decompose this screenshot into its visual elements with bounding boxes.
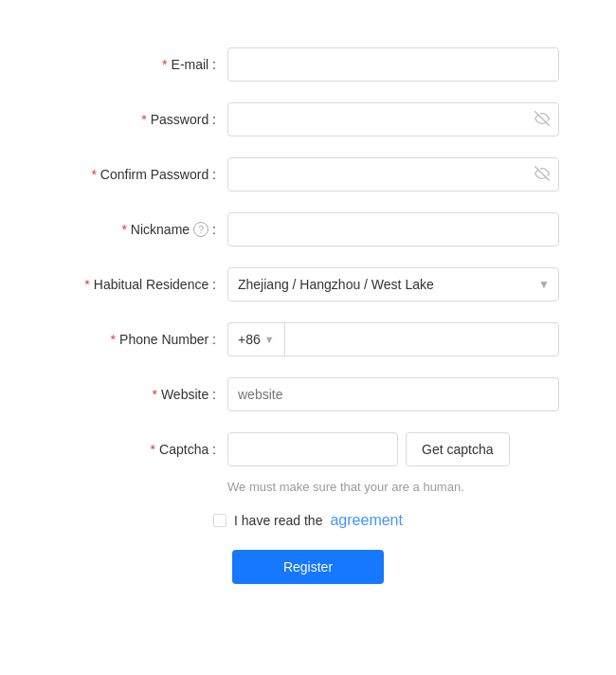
residence-required-star: * xyxy=(84,277,89,292)
captcha-help-text: We must make sure that your are a human. xyxy=(227,478,559,495)
captcha-combined: Get captcha xyxy=(227,432,559,466)
residence-select[interactable]: Zhejiang / Hangzhou / West Lake xyxy=(227,267,559,301)
email-label: * E-mail : xyxy=(57,57,227,72)
phone-number-input[interactable] xyxy=(284,322,559,356)
phone-label: * Phone Number : xyxy=(57,332,227,347)
email-row: * E-mail : xyxy=(57,47,559,82)
captcha-label: * Captcha : xyxy=(57,442,227,457)
captcha-required-star: * xyxy=(151,442,155,457)
confirm-password-eye-icon[interactable] xyxy=(534,166,550,184)
nickname-help-icon[interactable]: ? xyxy=(193,222,208,237)
nickname-required-star: * xyxy=(121,222,126,237)
email-input[interactable] xyxy=(227,47,559,82)
register-button[interactable]: Register xyxy=(232,550,384,584)
phone-row: * Phone Number : +86 ▼ xyxy=(57,322,559,356)
website-input[interactable] xyxy=(227,377,559,411)
captcha-field-wrapper: Get captcha xyxy=(227,432,559,466)
confirm-password-input[interactable] xyxy=(227,157,559,192)
website-field-wrapper xyxy=(227,377,559,411)
nickname-label: * Nickname ? : xyxy=(57,222,227,237)
confirm-password-row: * Confirm Password : xyxy=(57,157,559,192)
register-row: Register xyxy=(57,550,559,584)
residence-label: * Habitual Residence : xyxy=(57,277,227,292)
website-row: * Website : xyxy=(57,377,559,411)
email-field-wrapper xyxy=(227,47,559,82)
phone-required-star: * xyxy=(111,332,116,347)
password-input[interactable] xyxy=(227,102,559,137)
confirm-password-required-star: * xyxy=(91,167,96,182)
residence-row: * Habitual Residence : Zhejiang / Hangzh… xyxy=(57,267,559,301)
password-label: * Password : xyxy=(57,112,227,127)
agreement-link[interactable]: agreement xyxy=(330,512,403,529)
registration-form: * E-mail : * Password : * Confi xyxy=(19,19,597,612)
password-eye-icon[interactable] xyxy=(534,111,550,129)
password-row: * Password : xyxy=(57,102,559,137)
residence-field-wrapper: Zhejiang / Hangzhou / West Lake ▼ xyxy=(227,267,559,301)
confirm-password-label: * Confirm Password : xyxy=(57,167,227,182)
confirm-password-field-wrapper xyxy=(227,157,559,192)
get-captcha-button[interactable]: Get captcha xyxy=(406,432,510,466)
password-field-wrapper xyxy=(227,102,559,137)
country-code-label: +86 xyxy=(238,332,261,347)
residence-select-wrapper: Zhejiang / Hangzhou / West Lake ▼ xyxy=(227,267,559,301)
phone-field-wrapper: +86 ▼ xyxy=(227,322,559,356)
password-required-star: * xyxy=(141,112,146,127)
email-required-star: * xyxy=(162,57,167,72)
captcha-input[interactable] xyxy=(227,432,398,466)
phone-code-chevron-icon: ▼ xyxy=(264,334,275,345)
nickname-row: * Nickname ? : xyxy=(57,212,559,246)
agreement-checkbox[interactable] xyxy=(213,514,226,527)
nickname-input[interactable] xyxy=(227,212,559,246)
captcha-row: * Captcha : Get captcha xyxy=(57,432,559,466)
phone-combined: +86 ▼ xyxy=(227,322,559,356)
nickname-field-wrapper xyxy=(227,212,559,246)
agreement-row: I have read the agreement xyxy=(57,512,559,529)
website-label: * Website : xyxy=(57,387,227,402)
website-required-star: * xyxy=(152,387,156,402)
agreement-prefix: I have read the xyxy=(234,513,322,528)
phone-country-code[interactable]: +86 ▼ xyxy=(227,322,284,356)
